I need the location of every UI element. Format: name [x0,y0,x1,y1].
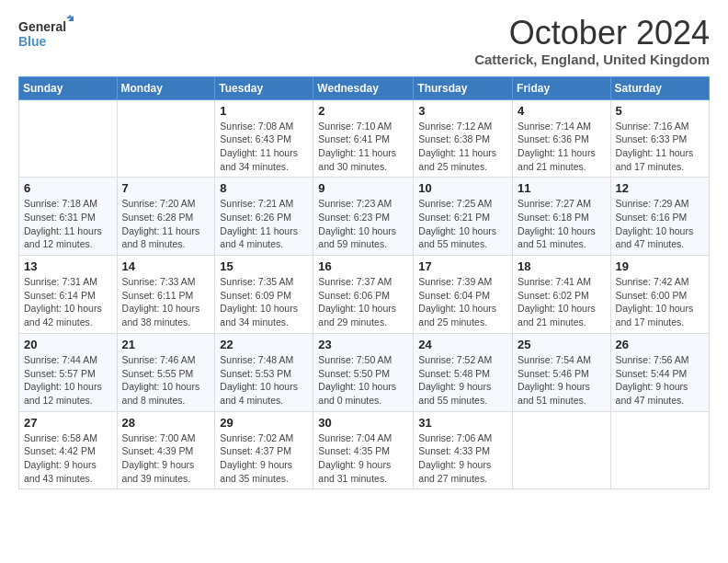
week-row-3: 13Sunrise: 7:31 AM Sunset: 6:14 PM Dayli… [19,256,710,334]
day-info: Sunrise: 7:06 AM Sunset: 4:33 PM Dayligh… [418,431,507,486]
cell-w3-d5: 17Sunrise: 7:39 AM Sunset: 6:04 PM Dayli… [414,256,513,334]
cell-w5-d3: 29Sunrise: 7:02 AM Sunset: 4:37 PM Dayli… [215,411,313,489]
day-number: 21 [122,338,210,351]
cell-w3-d1: 13Sunrise: 7:31 AM Sunset: 6:14 PM Dayli… [19,256,118,334]
calendar-header-row: SundayMondayTuesdayWednesdayThursdayFrid… [19,76,710,99]
day-info: Sunrise: 7:48 AM Sunset: 5:53 PM Dayligh… [220,353,308,408]
week-row-5: 27Sunrise: 6:58 AM Sunset: 4:42 PM Dayli… [19,411,710,489]
day-info: Sunrise: 7:27 AM Sunset: 6:18 PM Dayligh… [518,197,606,251]
cell-w1-d6: 4Sunrise: 7:14 AM Sunset: 6:36 PM Daylig… [513,99,611,178]
subtitle: Catterick, England, United Kingdom [474,52,710,67]
cell-w5-d1: 27Sunrise: 6:58 AM Sunset: 4:42 PM Dayli… [19,411,118,489]
day-info: Sunrise: 7:10 AM Sunset: 6:41 PM Dayligh… [318,120,408,174]
day-info: Sunrise: 7:18 AM Sunset: 6:31 PM Dayligh… [24,197,112,251]
cell-w2-d3: 8Sunrise: 7:21 AM Sunset: 6:26 PM Daylig… [215,178,313,256]
logo-svg: General Blue [18,15,74,53]
day-info: Sunrise: 7:54 AM Sunset: 5:46 PM Dayligh… [518,353,606,408]
cell-w3-d4: 16Sunrise: 7:37 AM Sunset: 6:06 PM Dayli… [313,256,414,334]
cell-w1-d4: 2Sunrise: 7:10 AM Sunset: 6:41 PM Daylig… [313,99,414,178]
day-number: 9 [318,181,408,195]
cell-w3-d2: 14Sunrise: 7:33 AM Sunset: 6:11 PM Dayli… [117,256,215,334]
header: General Blue October 2024 Catterick, Eng… [18,15,710,67]
cell-w5-d4: 30Sunrise: 7:04 AM Sunset: 4:35 PM Dayli… [313,411,414,489]
svg-text:General: General [18,19,66,34]
day-number: 1 [220,104,308,118]
day-number: 19 [616,259,704,273]
day-number: 2 [318,104,408,118]
logo: General Blue [18,15,74,53]
week-row-2: 6Sunrise: 7:18 AM Sunset: 6:31 PM Daylig… [19,178,710,256]
header-monday: Monday [117,76,215,99]
day-number: 14 [122,259,210,273]
cell-w4-d4: 23Sunrise: 7:50 AM Sunset: 5:50 PM Dayli… [313,333,414,411]
svg-text:Blue: Blue [18,34,47,49]
day-number: 31 [418,416,507,430]
main-title: October 2024 [474,15,710,52]
calendar-table: SundayMondayTuesdayWednesdayThursdayFrid… [18,76,710,490]
day-info: Sunrise: 7:44 AM Sunset: 5:57 PM Dayligh… [24,353,112,408]
day-number: 24 [418,338,507,351]
day-info: Sunrise: 7:25 AM Sunset: 6:21 PM Dayligh… [418,197,507,251]
header-sunday: Sunday [19,76,118,99]
day-info: Sunrise: 7:02 AM Sunset: 4:37 PM Dayligh… [220,431,308,486]
header-friday: Friday [513,76,611,99]
day-number: 15 [220,259,308,273]
cell-w4-d5: 24Sunrise: 7:52 AM Sunset: 5:48 PM Dayli… [414,333,513,411]
day-number: 22 [220,338,308,351]
day-number: 29 [220,416,308,430]
day-number: 10 [418,181,507,195]
cell-w1-d7: 5Sunrise: 7:16 AM Sunset: 6:33 PM Daylig… [610,99,709,178]
day-info: Sunrise: 7:56 AM Sunset: 5:44 PM Dayligh… [616,353,704,408]
cell-w2-d5: 10Sunrise: 7:25 AM Sunset: 6:21 PM Dayli… [414,178,513,256]
day-number: 18 [518,259,606,273]
day-info: Sunrise: 7:42 AM Sunset: 6:00 PM Dayligh… [616,275,704,329]
cell-w1-d2 [117,99,215,178]
cell-w2-d7: 12Sunrise: 7:29 AM Sunset: 6:16 PM Dayli… [610,178,709,256]
day-info: Sunrise: 7:35 AM Sunset: 6:09 PM Dayligh… [220,275,308,329]
cell-w2-d2: 7Sunrise: 7:20 AM Sunset: 6:28 PM Daylig… [117,178,215,256]
cell-w5-d7 [610,411,709,489]
day-number: 3 [418,104,507,118]
cell-w4-d6: 25Sunrise: 7:54 AM Sunset: 5:46 PM Dayli… [513,333,611,411]
day-info: Sunrise: 7:31 AM Sunset: 6:14 PM Dayligh… [24,275,112,329]
cell-w4-d1: 20Sunrise: 7:44 AM Sunset: 5:57 PM Dayli… [19,333,118,411]
day-number: 30 [318,416,408,430]
cell-w2-d6: 11Sunrise: 7:27 AM Sunset: 6:18 PM Dayli… [513,178,611,256]
day-info: Sunrise: 7:16 AM Sunset: 6:33 PM Dayligh… [616,120,704,174]
day-info: Sunrise: 7:12 AM Sunset: 6:38 PM Dayligh… [418,120,507,174]
day-info: Sunrise: 7:46 AM Sunset: 5:55 PM Dayligh… [122,353,210,408]
cell-w5-d2: 28Sunrise: 7:00 AM Sunset: 4:39 PM Dayli… [117,411,215,489]
day-info: Sunrise: 7:41 AM Sunset: 6:02 PM Dayligh… [518,275,606,329]
day-number: 6 [24,181,112,195]
day-number: 28 [122,416,210,430]
cell-w4-d2: 21Sunrise: 7:46 AM Sunset: 5:55 PM Dayli… [117,333,215,411]
day-info: Sunrise: 7:52 AM Sunset: 5:48 PM Dayligh… [418,353,507,408]
cell-w5-d5: 31Sunrise: 7:06 AM Sunset: 4:33 PM Dayli… [414,411,513,489]
cell-w3-d6: 18Sunrise: 7:41 AM Sunset: 6:02 PM Dayli… [513,256,611,334]
day-number: 23 [318,338,408,351]
day-info: Sunrise: 7:00 AM Sunset: 4:39 PM Dayligh… [122,431,210,486]
header-tuesday: Tuesday [215,76,313,99]
header-saturday: Saturday [610,76,709,99]
day-info: Sunrise: 7:14 AM Sunset: 6:36 PM Dayligh… [518,120,606,174]
day-number: 25 [518,338,606,351]
header-thursday: Thursday [414,76,513,99]
day-info: Sunrise: 7:33 AM Sunset: 6:11 PM Dayligh… [122,275,210,329]
cell-w2-d1: 6Sunrise: 7:18 AM Sunset: 6:31 PM Daylig… [19,178,118,256]
week-row-4: 20Sunrise: 7:44 AM Sunset: 5:57 PM Dayli… [19,333,710,411]
day-info: Sunrise: 7:37 AM Sunset: 6:06 PM Dayligh… [318,275,408,329]
day-number: 7 [122,181,210,195]
cell-w3-d7: 19Sunrise: 7:42 AM Sunset: 6:00 PM Dayli… [610,256,709,334]
day-number: 16 [318,259,408,273]
day-number: 8 [220,181,308,195]
day-number: 11 [518,181,606,195]
day-number: 12 [616,181,704,195]
cell-w2-d4: 9Sunrise: 7:23 AM Sunset: 6:23 PM Daylig… [313,178,414,256]
cell-w5-d6 [513,411,611,489]
title-section: October 2024 Catterick, England, United … [474,15,710,67]
day-number: 27 [24,416,112,430]
day-number: 4 [518,104,606,118]
day-info: Sunrise: 7:29 AM Sunset: 6:16 PM Dayligh… [616,197,704,251]
day-info: Sunrise: 7:50 AM Sunset: 5:50 PM Dayligh… [318,353,408,408]
day-info: Sunrise: 7:21 AM Sunset: 6:26 PM Dayligh… [220,197,308,251]
